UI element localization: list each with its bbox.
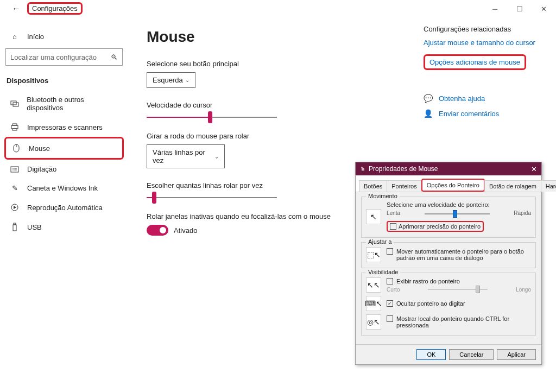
lines-slider[interactable] xyxy=(147,197,277,198)
sidebar-item-bluetooth[interactable]: Bluetooth e outros dispositivos xyxy=(4,90,124,117)
scroll-wheel-label: Girar a roda do mouse para rolar xyxy=(147,132,402,140)
sidebar-home[interactable]: ⌂ Início xyxy=(4,28,124,45)
hide-typing-checkbox[interactable] xyxy=(387,300,393,307)
enhance-precision-label: Aprimorar precisão do ponteiro xyxy=(399,223,481,230)
search-input[interactable]: Localizar uma configuração 🔍︎ xyxy=(5,48,123,66)
sidebar-item-mouse[interactable]: Mouse xyxy=(4,137,124,160)
usb-icon xyxy=(10,223,20,231)
trails-checkbox[interactable] xyxy=(387,278,393,284)
sidebar-item-label: Caneta e Windows Ink xyxy=(27,184,98,192)
apply-button[interactable]: Aplicar xyxy=(497,349,536,360)
group-movement: Movimento xyxy=(366,193,400,199)
scroll-wheel-select[interactable]: Várias linhas por vez ⌄ xyxy=(147,144,225,168)
back-button[interactable]: ← xyxy=(11,3,22,14)
enhance-precision-checkbox[interactable] xyxy=(390,223,396,230)
search-icon: 🔍︎ xyxy=(111,53,118,61)
fast-label: Rápida xyxy=(514,210,531,218)
sidebar-item-typing[interactable]: Digitação xyxy=(4,160,124,179)
devices-icon xyxy=(10,99,19,108)
chevron-down-icon: ⌄ xyxy=(214,154,219,160)
sidebar-item-label: USB xyxy=(27,223,42,231)
mouse-properties-dialog: 🖱 Propriedades de Mouse ✕ Botões Ponteir… xyxy=(355,162,542,365)
svg-rect-3 xyxy=(12,124,17,125)
long-label: Longo xyxy=(516,287,531,293)
svg-rect-13 xyxy=(14,223,16,225)
trails-slider xyxy=(428,289,488,290)
search-placeholder: Localizar uma configuração xyxy=(10,53,97,61)
cursor-speed-label: Velocidade do cursor xyxy=(147,101,402,109)
primary-button-label: Selecione seu botão principal xyxy=(147,60,402,68)
snap-icon: ⬚↖ xyxy=(366,247,381,262)
sidebar-item-label: Bluetooth e outros dispositivos xyxy=(27,96,118,112)
app-title: Configurações xyxy=(27,2,83,15)
ctrl-locate-checkbox[interactable] xyxy=(387,315,393,322)
pen-icon: ✎ xyxy=(10,184,20,192)
sidebar-item-printers[interactable]: Impressoras e scanners xyxy=(4,117,124,137)
sidebar-item-label: Digitação xyxy=(27,165,56,173)
ok-button[interactable]: OK xyxy=(416,349,446,360)
pointer-speed-label: Selecione uma velocidade de ponteiro: xyxy=(387,201,531,208)
link-adjust-mouse[interactable]: Ajustar mouse e tamanho do cursor xyxy=(424,39,543,47)
pointer-speed-icon: ↖ xyxy=(366,209,381,224)
sidebar-item-label: Impressoras e scanners xyxy=(27,123,103,131)
sidebar-item-pen[interactable]: ✎ Caneta e Windows Ink xyxy=(4,179,124,198)
minimize-button[interactable]: ─ xyxy=(483,0,507,17)
link-feedback[interactable]: Enviar comentários xyxy=(439,110,499,118)
mouse-small-icon: 🖱 xyxy=(360,166,365,172)
tab-buttons[interactable]: Botões xyxy=(359,180,387,192)
sidebar-item-label: Mouse xyxy=(29,144,50,153)
dialog-close-button[interactable]: ✕ xyxy=(531,165,537,173)
keyboard-icon xyxy=(10,166,20,173)
close-window-button[interactable]: ✕ xyxy=(532,0,556,17)
sidebar: ⌂ Início Localizar uma configuração 🔍︎ D… xyxy=(0,25,128,392)
page-title: Mouse xyxy=(147,28,402,46)
primary-button-select[interactable]: Esquerda ⌄ xyxy=(147,72,195,88)
trails-icon: ↖↖ xyxy=(366,277,381,293)
maximize-button[interactable]: ☐ xyxy=(507,0,532,17)
group-visibility: Visibilidade xyxy=(366,269,400,275)
sidebar-item-label: Reprodução Automática xyxy=(27,204,103,212)
svg-rect-2 xyxy=(11,125,18,129)
link-get-help[interactable]: Obtenha ajuda xyxy=(439,94,485,103)
pointer-speed-slider[interactable] xyxy=(425,213,490,214)
tab-hardware[interactable]: Hardware xyxy=(541,180,556,192)
related-heading: Configurações relacionadas xyxy=(424,25,543,33)
scroll-wheel-value: Várias linhas por vez xyxy=(153,148,214,165)
toggle-state: Ativado xyxy=(174,226,197,235)
sidebar-item-usb[interactable]: USB xyxy=(4,217,124,237)
svg-marker-11 xyxy=(14,206,16,209)
home-icon: ⌂ xyxy=(10,33,20,41)
sidebar-item-autoplay[interactable]: Reprodução Automática xyxy=(4,198,124,217)
mouse-icon xyxy=(11,144,21,153)
hide-icon: ⌨↖ xyxy=(366,296,381,311)
trails-label: Exibir rastro do ponteiro xyxy=(396,278,460,284)
chevron-down-icon: ⌄ xyxy=(185,77,189,83)
snap-checkbox[interactable] xyxy=(387,248,393,255)
tab-pointer-options[interactable]: Opções do Ponteiro xyxy=(421,179,485,192)
slow-label: Lenta xyxy=(387,210,400,218)
help-icon: 💬 xyxy=(424,94,432,103)
home-label: Início xyxy=(27,33,44,41)
primary-button-value: Esquerda xyxy=(153,76,183,84)
printer-icon xyxy=(10,123,20,131)
short-label: Curto xyxy=(387,287,400,293)
sidebar-section: Dispositivos xyxy=(4,73,124,90)
feedback-icon: 👤 xyxy=(424,109,432,118)
cancel-button[interactable]: Cancelar xyxy=(449,349,494,360)
svg-rect-4 xyxy=(12,129,17,130)
svg-rect-12 xyxy=(13,225,16,231)
snap-label: Mover automaticamente o ponteiro para o … xyxy=(396,248,531,261)
hide-typing-label: Ocultar ponteiro ao digitar xyxy=(396,300,465,307)
svg-rect-7 xyxy=(11,167,18,172)
link-additional-options[interactable]: Opções adicionais de mouse xyxy=(424,54,526,70)
dialog-title: Propriedades de Mouse xyxy=(369,165,438,173)
ctrl-locate-label: Mostrar local do ponteiro quando CTRL fo… xyxy=(396,315,531,328)
tab-pointers[interactable]: Ponteiros xyxy=(387,180,421,192)
inactive-windows-toggle[interactable] xyxy=(147,225,168,236)
tab-wheel[interactable]: Botão de rolagem xyxy=(484,180,541,192)
autoplay-icon xyxy=(10,203,20,212)
group-snap: Ajustar a xyxy=(366,238,394,245)
ctrl-locate-icon: ◎↖ xyxy=(366,314,381,330)
cursor-speed-slider[interactable] xyxy=(147,117,277,118)
